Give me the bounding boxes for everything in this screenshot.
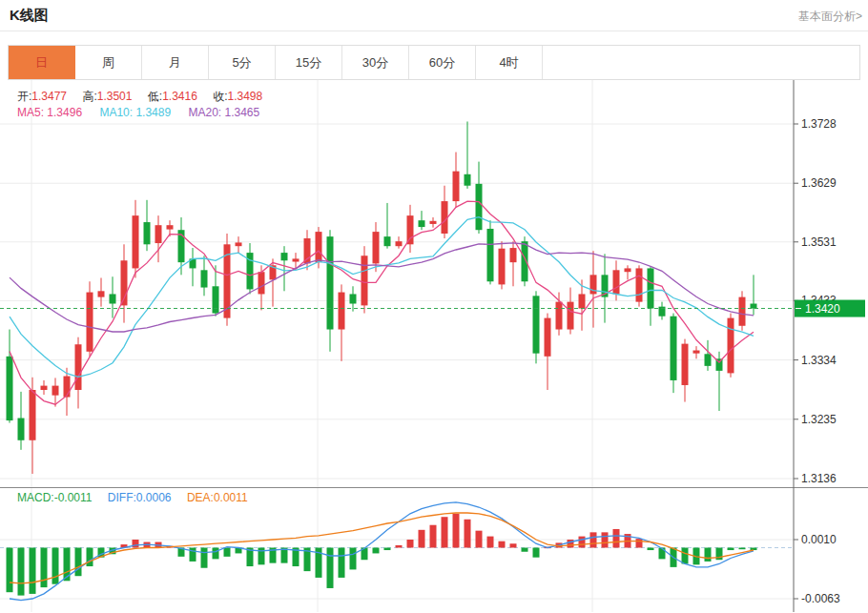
macd-legend: MACD:-0.0011 DIFF:0.0006 DEA:0.0011 bbox=[17, 491, 260, 504]
candle bbox=[682, 344, 689, 385]
candle bbox=[579, 294, 586, 308]
macd-bar bbox=[499, 541, 506, 548]
kline-page: K线图 基本面分析> 日 周 月 5分 15分 30分 60分 4时 1.372… bbox=[0, 0, 868, 613]
current-price-label: 1.3420 bbox=[805, 302, 840, 316]
macd-bar bbox=[190, 547, 196, 561]
macd-bar bbox=[442, 517, 448, 547]
axis-tick-label: 1.3629 bbox=[801, 176, 837, 190]
candle bbox=[545, 318, 551, 357]
candle bbox=[327, 236, 334, 329]
macd-bar bbox=[213, 547, 219, 559]
ohlc-info: 开:1.3477 高:1.3501 低:1.3416 收:1.3498 bbox=[17, 89, 275, 105]
tab-week[interactable]: 周 bbox=[75, 46, 142, 79]
macd-bar bbox=[407, 540, 414, 547]
ma10-legend: MA10: 1.3489 bbox=[99, 106, 171, 119]
macd-bar bbox=[396, 545, 403, 548]
ma20-legend: MA20: 1.3465 bbox=[188, 106, 259, 119]
candle bbox=[75, 344, 82, 390]
tab-day[interactable]: 日 bbox=[9, 46, 75, 79]
dea-value: DEA:0.0011 bbox=[187, 491, 248, 504]
macd-bar bbox=[75, 547, 82, 576]
candle bbox=[556, 302, 563, 330]
macd-bar bbox=[579, 537, 586, 548]
macd-bar bbox=[87, 547, 93, 566]
tab-60min[interactable]: 60分 bbox=[409, 46, 476, 79]
candle bbox=[98, 291, 105, 296]
ma5-legend: MA5: 1.3496 bbox=[17, 106, 82, 119]
macd-bar bbox=[751, 547, 757, 550]
macd-bar bbox=[648, 547, 654, 550]
candle bbox=[258, 272, 265, 294]
candle bbox=[155, 225, 162, 243]
macd-value: MACD:-0.0011 bbox=[17, 491, 92, 504]
macd-bar bbox=[373, 547, 380, 553]
kline-chart[interactable]: 1.37281.36291.35311.34331.33341.32351.31… bbox=[0, 80, 868, 612]
axis-tick-label: -0.0063 bbox=[801, 592, 840, 605]
macd-bar bbox=[41, 547, 48, 587]
macd-bar bbox=[30, 547, 36, 593]
candle bbox=[568, 302, 574, 330]
candle bbox=[236, 242, 242, 246]
candle bbox=[293, 258, 300, 261]
candle bbox=[671, 317, 677, 380]
tab-4hour[interactable]: 4时 bbox=[476, 46, 543, 79]
macd-bar bbox=[7, 547, 13, 592]
axis-tick-label: 1.3136 bbox=[801, 472, 837, 485]
macd-bar bbox=[52, 547, 59, 583]
candle bbox=[281, 253, 288, 260]
candle bbox=[453, 172, 460, 201]
candle bbox=[693, 351, 700, 354]
axis-tick-label: 1.3728 bbox=[801, 117, 837, 131]
open-value: 开:1.3477 bbox=[17, 90, 67, 103]
page-title: K线图 bbox=[10, 7, 49, 25]
candle bbox=[64, 377, 71, 398]
macd-bar bbox=[18, 547, 25, 595]
macd-bar bbox=[510, 543, 517, 547]
close-value: 收:1.3498 bbox=[213, 90, 262, 103]
macd-bar bbox=[419, 530, 425, 548]
chart-area: 1.37281.36291.35311.34331.33341.32351.31… bbox=[0, 80, 868, 612]
candle bbox=[613, 270, 620, 294]
candle bbox=[316, 232, 322, 262]
candle bbox=[144, 222, 151, 244]
candle bbox=[350, 294, 357, 303]
macd-bar bbox=[613, 529, 620, 548]
candles-layer bbox=[7, 121, 757, 473]
macd-bar bbox=[602, 532, 609, 547]
fundamental-analysis-link[interactable]: 基本面分析> bbox=[798, 9, 862, 25]
tab-month[interactable]: 月 bbox=[142, 46, 209, 79]
ma5-line bbox=[10, 201, 754, 404]
candle bbox=[201, 270, 208, 287]
macd-bar bbox=[590, 532, 597, 547]
macd-bar bbox=[659, 547, 666, 559]
candle bbox=[648, 268, 654, 308]
candle bbox=[705, 354, 712, 366]
axis-tick-label: 1.3334 bbox=[801, 354, 837, 367]
candle bbox=[465, 174, 471, 186]
candle bbox=[87, 293, 93, 352]
tab-30min[interactable]: 30分 bbox=[342, 46, 409, 79]
macd-bar bbox=[487, 537, 494, 548]
macd-bar bbox=[339, 547, 345, 577]
candle bbox=[110, 294, 116, 303]
macd-bar bbox=[384, 547, 391, 550]
axis-labels: 1.37281.36291.35311.34331.33341.32351.31… bbox=[794, 117, 840, 605]
candle bbox=[522, 241, 528, 281]
candle bbox=[373, 232, 380, 263]
macd-bar bbox=[476, 531, 483, 548]
candle bbox=[133, 215, 139, 268]
macd-bar bbox=[465, 520, 471, 548]
tab-15min[interactable]: 15分 bbox=[276, 46, 342, 79]
macd-bar bbox=[728, 547, 734, 550]
candle bbox=[625, 268, 631, 272]
tab-5min[interactable]: 5分 bbox=[209, 46, 276, 79]
diff-value: DIFF:0.0006 bbox=[108, 491, 172, 504]
candle bbox=[533, 296, 540, 353]
candle bbox=[213, 286, 219, 313]
candle bbox=[362, 255, 368, 305]
macd-bar bbox=[522, 547, 528, 551]
tab-bar-filler bbox=[543, 46, 859, 79]
axis-tick-label: 0.0010 bbox=[801, 533, 837, 546]
page-header: K线图 基本面分析> bbox=[0, 0, 868, 31]
macd-bar bbox=[568, 540, 574, 547]
